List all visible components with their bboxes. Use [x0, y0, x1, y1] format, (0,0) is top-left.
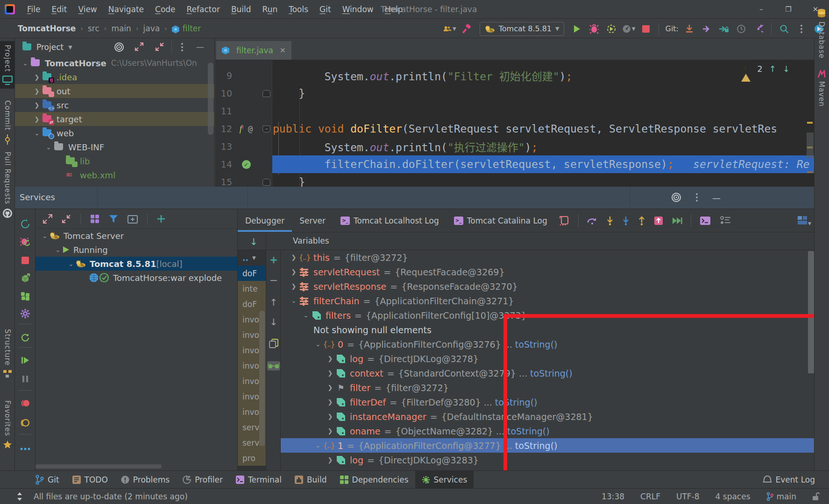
stop-button[interactable] — [639, 22, 652, 35]
tree-toggle-icon[interactable]: ⌄ — [44, 144, 53, 151]
locate-icon[interactable] — [114, 42, 124, 52]
sidebar-project[interactable]: Project — [0, 41, 15, 89]
thread-selector[interactable]: .. ▼ — [238, 250, 266, 266]
breadcrumb-current[interactable]: filter — [183, 24, 201, 33]
status-encoding[interactable]: UTF-8 — [676, 492, 700, 501]
locate-icon[interactable] — [671, 192, 681, 203]
kebab-menu-icon[interactable] — [181, 42, 184, 52]
menu-navigate[interactable]: Navigate — [103, 5, 149, 14]
scrollbar-thumb[interactable] — [208, 63, 213, 135]
git-branch-widget[interactable]: main — [766, 492, 796, 501]
tab-tomcat-catalina-log[interactable]: >_Tomcat Catalina Log — [446, 209, 555, 232]
duplicate-icon[interactable] — [268, 338, 279, 349]
add-service-icon[interactable] — [128, 214, 138, 224]
menu-code[interactable]: Code — [149, 5, 181, 14]
expand-icon[interactable] — [135, 42, 144, 51]
inspection-widget[interactable]: !2↑↓ — [741, 64, 790, 74]
menu-view[interactable]: View — [72, 5, 102, 14]
toolwindow-tab-todo[interactable]: TODO — [66, 471, 114, 488]
tab-filter-java[interactable]: filter.java✕ — [216, 41, 291, 60]
console-icon[interactable] — [695, 216, 716, 225]
tree-toggle-icon[interactable]: ❯ — [326, 413, 335, 420]
move-up-icon[interactable]: ↑ — [268, 297, 279, 308]
git-update-button[interactable] — [683, 22, 696, 35]
services-tree-item[interactable]: ⌄Running — [35, 243, 237, 257]
services-tree-item[interactable]: ⌄Tomcat Server — [35, 229, 237, 243]
status-line-ending[interactable]: CRLF — [640, 492, 660, 501]
breadcrumb-item[interactable]: main — [111, 24, 131, 33]
sidebar-commit[interactable]: Commit — [0, 100, 15, 145]
scrollbar-thumb[interactable] — [259, 311, 265, 446]
git-push-button[interactable] — [717, 22, 730, 35]
code-line[interactable]: 14✓ filterChain.doFilter(servletRequest,… — [215, 155, 814, 173]
variable-row[interactable]: ❯servletResponse={ResponseFacade@3270} — [281, 279, 814, 294]
tree-toggle-icon[interactable]: ⌄ — [301, 312, 311, 319]
breadcrumb-item[interactable]: java — [143, 24, 160, 33]
variable-row[interactable]: ❯servletRequest={RequestFacade@3269} — [281, 265, 814, 279]
project-tree-item[interactable]: ≡:web.xml — [15, 168, 214, 182]
menu-edit[interactable]: Edit — [46, 5, 72, 14]
kebab-menu-icon[interactable] — [795, 22, 808, 35]
toolwindow-tab-build[interactable]: Build — [288, 471, 333, 488]
frame-item[interactable]: pro — [238, 450, 266, 466]
settings-icon[interactable] — [19, 307, 32, 320]
project-tree-item[interactable]: ⌄web — [15, 126, 214, 140]
tree-toggle-icon[interactable]: ❯ — [32, 116, 42, 123]
expand-all-icon[interactable] — [43, 214, 52, 224]
project-tree-item[interactable]: ❯out — [15, 84, 214, 98]
menu-run[interactable]: Run — [257, 5, 283, 14]
collapse-all-icon[interactable] — [62, 214, 71, 224]
breadcrumb-item[interactable]: TomcatHorse — [18, 24, 76, 33]
toolwindow-tab-git[interactable]: Git — [29, 471, 66, 488]
status-indent[interactable]: 4 spaces — [716, 492, 751, 501]
breakpoints-icon[interactable] — [19, 397, 32, 410]
tree-toggle-icon[interactable]: ⌄ — [21, 60, 30, 67]
restore-button[interactable]: ❐ — [775, 5, 802, 14]
project-tree-item[interactable]: ❯⇄target — [15, 112, 214, 126]
variable-row[interactable]: ❯{..}this={filter@3272} — [281, 250, 814, 265]
layout-settings-icon[interactable]: ▼ — [797, 216, 808, 225]
tree-toggle-icon[interactable]: ❯ — [289, 283, 298, 290]
tree-toggle-icon[interactable]: ❯ — [32, 102, 42, 109]
git-commit-button[interactable] — [700, 22, 713, 35]
tree-toggle-icon[interactable]: ❯ — [326, 456, 335, 463]
debug-button[interactable] — [588, 22, 601, 35]
run-config-selector[interactable]: Tomcat 8.5.81▼ — [480, 22, 565, 36]
project-tree-item[interactable]: lib — [15, 154, 214, 168]
tree-toggle-icon[interactable]: ⌄ — [289, 297, 298, 304]
code-line[interactable]: 11 — [215, 102, 814, 120]
add-watch-icon[interactable]: + — [268, 254, 279, 265]
pause-icon[interactable] — [19, 372, 32, 385]
resume-icon[interactable] — [19, 354, 32, 367]
tree-toggle-icon[interactable]: ⌄ — [32, 130, 42, 137]
sidebar-database[interactable]: Database — [814, 8, 829, 59]
frame-item[interactable]: inte — [238, 281, 266, 296]
profiler-button[interactable]: ▼ — [622, 22, 635, 35]
tree-toggle-icon[interactable]: ⌄ — [313, 442, 323, 449]
deploy-icon[interactable] — [19, 272, 32, 285]
tree-toggle-icon[interactable]: ❯ — [289, 254, 298, 261]
tree-toggle-icon[interactable]: ❯ — [326, 370, 335, 377]
menu-window[interactable]: Window — [337, 5, 379, 14]
project-tree-item[interactable]: ❯<>src — [15, 98, 214, 112]
stop-icon[interactable] — [19, 254, 32, 267]
rerun-icon[interactable] — [19, 217, 32, 231]
hotswap-icon[interactable] — [555, 216, 574, 226]
tree-toggle-icon[interactable]: ❯ — [326, 355, 335, 362]
hide-panel-icon[interactable]: — — [196, 42, 204, 51]
update-status-icon[interactable] — [16, 492, 23, 501]
move-down-icon[interactable]: ↓ — [268, 316, 279, 328]
refresh-icon[interactable] — [19, 331, 32, 344]
tree-toggle-icon[interactable]: ❯ — [326, 384, 335, 391]
menu-refactor[interactable]: Refactor — [181, 5, 226, 14]
code-line[interactable]: 13 System.out.println("执行过滤操作"); — [215, 138, 814, 155]
project-tree-item[interactable]: ⌄WEB-INF — [15, 140, 214, 154]
code-line[interactable]: 10 } — [215, 84, 814, 102]
services-tree-item[interactable]: ⌄Tomcat 8.5.81 [local] — [35, 257, 237, 271]
run-to-cursor-icon[interactable] — [650, 217, 667, 225]
more-icon[interactable] — [19, 442, 32, 455]
add-icon[interactable] — [157, 215, 165, 223]
show-watches-icon[interactable] — [268, 360, 279, 371]
debug-settings-icon[interactable] — [716, 216, 736, 225]
sidebar-pull-requests[interactable]: Pull Requests — [0, 152, 15, 218]
